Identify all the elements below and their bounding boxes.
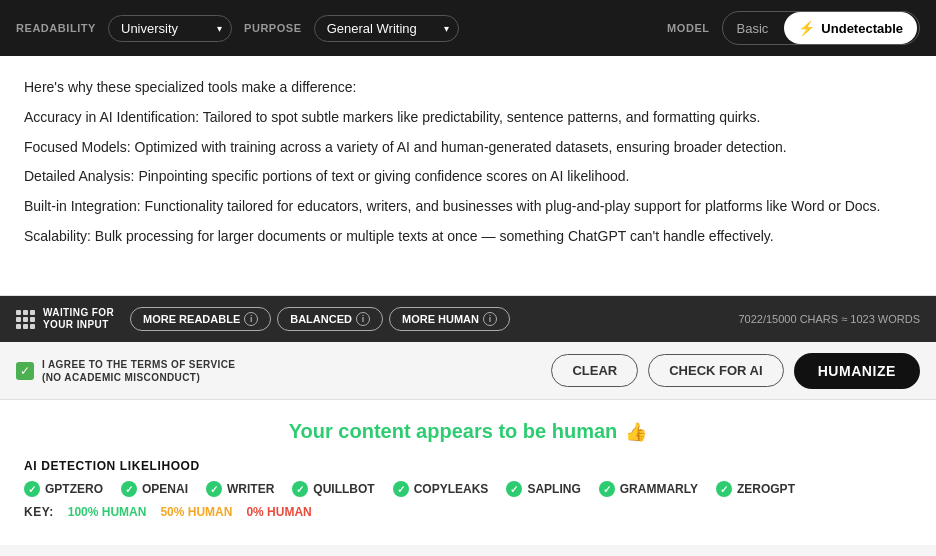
grammarly-check-icon: ✓: [599, 481, 615, 497]
detector-quillbot-label: QUILLBOT: [313, 482, 374, 496]
detector-copyleaks-label: COPYLEAKS: [414, 482, 489, 496]
sapling-check-icon: ✓: [506, 481, 522, 497]
quillbot-check-icon: ✓: [292, 481, 308, 497]
mode-more-readable-label: MORE READABLE: [143, 313, 240, 325]
result-title: Your content appears to be human 👍: [24, 420, 912, 443]
detector-row: ✓ GPTZERO ✓ OPENAI ✓ WRITER ✓ QUI: [24, 481, 912, 497]
more-human-info-icon[interactable]: i: [483, 312, 497, 326]
mode-more-readable-button[interactable]: MORE READABLE i: [130, 307, 271, 331]
readability-label: READABILITY: [16, 22, 96, 34]
detection-title: AI DETECTION LIKELIHOOD: [24, 459, 912, 473]
editor-line-4: Detailed Analysis: Pinpointing specific …: [24, 165, 912, 189]
copyleaks-check-icon: ✓: [393, 481, 409, 497]
key-label: KEY:: [24, 505, 54, 519]
clear-button[interactable]: CLEAR: [551, 354, 638, 387]
editor-line-2: Accuracy in AI Identification: Tailored …: [24, 106, 912, 130]
editor-line-5: Built-in Integration: Functionality tail…: [24, 195, 912, 219]
detector-grammarly-label: GRAMMARLY: [620, 482, 698, 496]
editor-bottom-bar: WAITING FOR YOUR INPUT MORE READABLE i B…: [0, 296, 936, 342]
key-row: KEY: 100% HUMAN 50% HUMAN 0% HUMAN: [24, 505, 912, 519]
terms-text: I AGREE TO THE TERMS OF SERVICE (NO ACAD…: [42, 358, 235, 384]
model-label: MODEL: [667, 22, 709, 34]
readability-select-wrapper: University High School Middle School Ele…: [108, 15, 232, 42]
detector-writer: ✓ WRITER: [206, 481, 274, 497]
thumbs-up-icon: 👍: [625, 421, 647, 443]
chars-info: 7022/15000 CHARS ≈ 1023 WORDS: [738, 313, 920, 325]
mode-balanced-label: BALANCED: [290, 313, 352, 325]
purpose-label: PURPOSE: [244, 22, 302, 34]
detector-writer-label: WRITER: [227, 482, 274, 496]
balanced-info-icon[interactable]: i: [356, 312, 370, 326]
readability-select[interactable]: University High School Middle School Ele…: [108, 15, 232, 42]
terms-line-1: I AGREE TO THE TERMS OF SERVICE: [42, 358, 235, 371]
editor-line-3: Focused Models: Optimized with training …: [24, 136, 912, 160]
detector-gptzero-label: GPTZERO: [45, 482, 103, 496]
model-toggle: Basic ⚡ Undetectable: [722, 11, 920, 45]
dot: [23, 317, 28, 322]
editor-text: Here's why these specialized tools make …: [24, 76, 912, 249]
humanize-button[interactable]: HUMANIZE: [794, 353, 920, 389]
action-bar: ✓ I AGREE TO THE TERMS OF SERVICE (NO AC…: [0, 342, 936, 400]
waiting-line-2: YOUR INPUT: [43, 319, 114, 331]
model-undetectable-option[interactable]: ⚡ Undetectable: [784, 12, 917, 44]
editor-line-6: Scalability: Bulk processing for larger …: [24, 225, 912, 249]
model-undetectable-label: Undetectable: [821, 21, 903, 36]
gptzero-check-icon: ✓: [24, 481, 40, 497]
result-title-text: Your content appears to be human: [289, 420, 618, 443]
action-buttons: CLEAR CHECK FOR AI HUMANIZE: [551, 353, 920, 389]
terms-line-2: (NO ACADEMIC MISCONDUCT): [42, 371, 235, 384]
editor-area[interactable]: Here's why these specialized tools make …: [0, 56, 936, 296]
writer-check-icon: ✓: [206, 481, 222, 497]
waiting-block: WAITING FOR YOUR INPUT: [16, 307, 114, 331]
detector-copyleaks: ✓ COPYLEAKS: [393, 481, 489, 497]
key-0-human: 0% HUMAN: [246, 505, 311, 519]
checkmark-icon: ✓: [20, 364, 30, 378]
dot: [23, 324, 28, 329]
detector-zerogpt: ✓ ZEROGPT: [716, 481, 795, 497]
waiting-line-1: WAITING FOR: [43, 307, 114, 319]
editor-fade: [0, 265, 936, 295]
dot: [30, 324, 35, 329]
detector-gptzero: ✓ GPTZERO: [24, 481, 103, 497]
mode-balanced-button[interactable]: BALANCED i: [277, 307, 383, 331]
openai-check-icon: ✓: [121, 481, 137, 497]
mode-more-human-label: MORE HUMAN: [402, 313, 479, 325]
toolbar: READABILITY University High School Middl…: [0, 0, 936, 56]
dot: [16, 324, 21, 329]
mode-buttons: MORE READABLE i BALANCED i MORE HUMAN i: [130, 307, 510, 331]
lightning-icon: ⚡: [798, 20, 815, 36]
detector-sapling-label: SAPLING: [527, 482, 580, 496]
dot: [16, 317, 21, 322]
more-readable-info-icon[interactable]: i: [244, 312, 258, 326]
checkbox-area: ✓ I AGREE TO THE TERMS OF SERVICE (NO AC…: [16, 358, 235, 384]
key-100-human: 100% HUMAN: [68, 505, 147, 519]
detector-zerogpt-label: ZEROGPT: [737, 482, 795, 496]
detection-section: AI DETECTION LIKELIHOOD ✓ GPTZERO ✓ OPEN…: [24, 459, 912, 519]
dot: [30, 317, 35, 322]
purpose-select[interactable]: General Writing Essay Article Marketing …: [314, 15, 459, 42]
zerogpt-check-icon: ✓: [716, 481, 732, 497]
waiting-text: WAITING FOR YOUR INPUT: [43, 307, 114, 331]
model-basic-option[interactable]: Basic: [723, 12, 783, 44]
dot: [30, 310, 35, 315]
terms-checkbox[interactable]: ✓: [16, 362, 34, 380]
check-for-ai-button[interactable]: CHECK FOR AI: [648, 354, 783, 387]
results-section: Your content appears to be human 👍 AI DE…: [0, 400, 936, 545]
dot: [23, 310, 28, 315]
key-50-human: 50% HUMAN: [160, 505, 232, 519]
detector-openai-label: OPENAI: [142, 482, 188, 496]
detector-grammarly: ✓ GRAMMARLY: [599, 481, 698, 497]
dot: [16, 310, 21, 315]
detector-quillbot: ✓ QUILLBOT: [292, 481, 374, 497]
detector-openai: ✓ OPENAI: [121, 481, 188, 497]
grid-dots-icon: [16, 310, 35, 329]
detector-sapling: ✓ SAPLING: [506, 481, 580, 497]
editor-line-1: Here's why these specialized tools make …: [24, 76, 912, 100]
mode-more-human-button[interactable]: MORE HUMAN i: [389, 307, 510, 331]
purpose-select-wrapper: General Writing Essay Article Marketing …: [314, 15, 459, 42]
